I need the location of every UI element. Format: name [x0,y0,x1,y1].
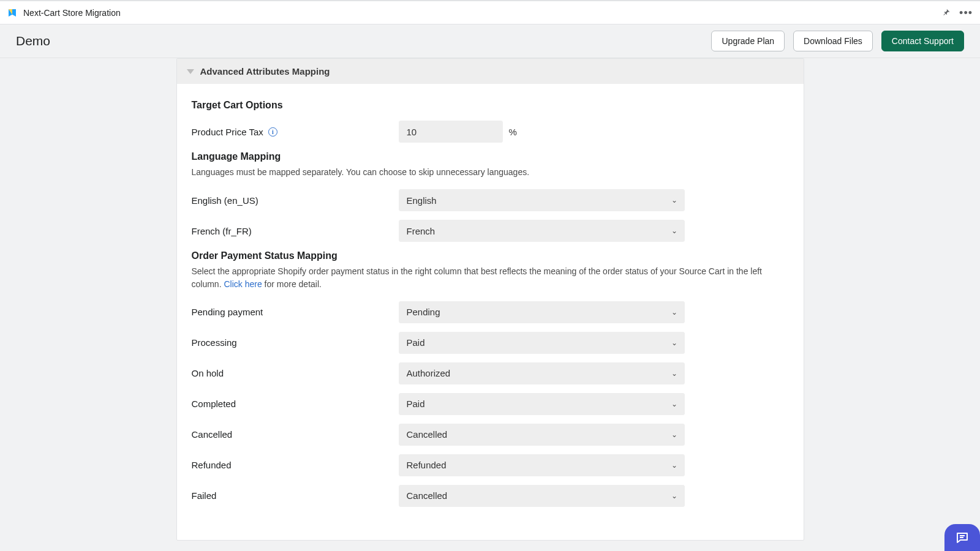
row-label: French (fr_FR) [192,226,399,236]
group-desc-payment-mapping: Select the appropriate Shopify order pay… [192,265,789,290]
select-wrap: ⌄ [399,454,685,476]
chat-icon [955,530,970,545]
row-payment-failed: Failed ⌄ [192,485,789,507]
row-label: Processing [192,337,399,348]
payment-select[interactable] [399,393,685,415]
row-language-en: English (en_US) ⌄ [192,189,789,211]
group-desc-language-mapping: Languages must be mapped separately. You… [192,166,789,178]
row-payment-onhold: On hold ⌄ [192,362,789,384]
payment-select[interactable] [399,424,685,446]
section-toggle-advanced-attributes[interactable]: Advanced Attributes Mapping [177,59,804,84]
payment-select[interactable] [399,332,685,354]
row-payment-refunded: Refunded ⌄ [192,454,789,476]
select-wrap: ⌄ [399,424,685,446]
select-wrap: ⌄ [399,393,685,415]
page-header: Demo Upgrade Plan Download Files Contact… [0,24,980,58]
row-label: Completed [192,399,399,409]
language-select-en[interactable] [399,189,685,211]
app-logo-icon [7,8,17,18]
payment-select[interactable] [399,454,685,476]
row-payment-pending: Pending payment ⌄ [192,301,789,323]
price-tax-input[interactable] [399,121,503,143]
app-title: Next-Cart Store Migration [23,8,121,18]
row-payment-completed: Completed ⌄ [192,393,789,415]
select-wrap: ⌄ [399,362,685,384]
settings-card: Advanced Attributes Mapping Target Cart … [176,58,804,541]
titlebar-left: Next-Cart Store Migration [7,8,121,18]
payment-select[interactable] [399,301,685,323]
download-files-button[interactable]: Download Files [793,31,873,51]
row-label: Failed [192,490,399,501]
payment-desc-link[interactable]: Click here [224,279,262,289]
select-wrap: ⌄ [399,485,685,507]
pin-icon[interactable] [942,9,951,17]
select-wrap: ⌄ [399,220,685,242]
row-language-fr: French (fr_FR) ⌄ [192,220,789,242]
page-title: Demo [16,34,50,48]
row-payment-processing: Processing ⌄ [192,332,789,354]
group-title-language-mapping: Language Mapping [192,151,789,162]
group-title-payment-mapping: Order Payment Status Mapping [192,250,789,261]
page-actions: Upgrade Plan Download Files Contact Supp… [711,31,964,51]
percent-suffix: % [509,127,517,137]
row-label: Pending payment [192,307,399,317]
payment-select[interactable] [399,362,685,384]
row-product-price-tax: Product Price Tax i % [192,121,789,143]
language-select-fr[interactable] [399,220,685,242]
select-wrap: ⌄ [399,301,685,323]
more-menu-icon[interactable]: ••• [959,7,973,18]
row-label: Refunded [192,460,399,470]
group-title-target-cart: Target Cart Options [192,100,789,111]
price-tax-label: Product Price Tax [192,127,263,137]
select-wrap: ⌄ [399,332,685,354]
row-label: English (en_US) [192,195,399,206]
info-icon[interactable]: i [268,127,277,137]
titlebar-right: ••• [942,7,973,18]
chat-widget-button[interactable] [944,524,980,551]
chevron-down-icon [187,69,194,74]
payment-desc-post: for more detail. [262,279,322,289]
section-header-label: Advanced Attributes Mapping [200,66,330,77]
contact-support-button[interactable]: Contact Support [881,31,964,51]
row-label: On hold [192,368,399,378]
upgrade-plan-button[interactable]: Upgrade Plan [711,31,785,51]
row-payment-cancelled: Cancelled ⌄ [192,424,789,446]
select-wrap: ⌄ [399,189,685,211]
row-label: Product Price Tax i [192,127,399,137]
app-titlebar: Next-Cart Store Migration ••• [0,0,980,24]
payment-select[interactable] [399,485,685,507]
row-label: Cancelled [192,429,399,440]
content-scroll[interactable]: Advanced Attributes Mapping Target Cart … [0,58,980,551]
section-body: Target Cart Options Product Price Tax i … [177,84,804,540]
